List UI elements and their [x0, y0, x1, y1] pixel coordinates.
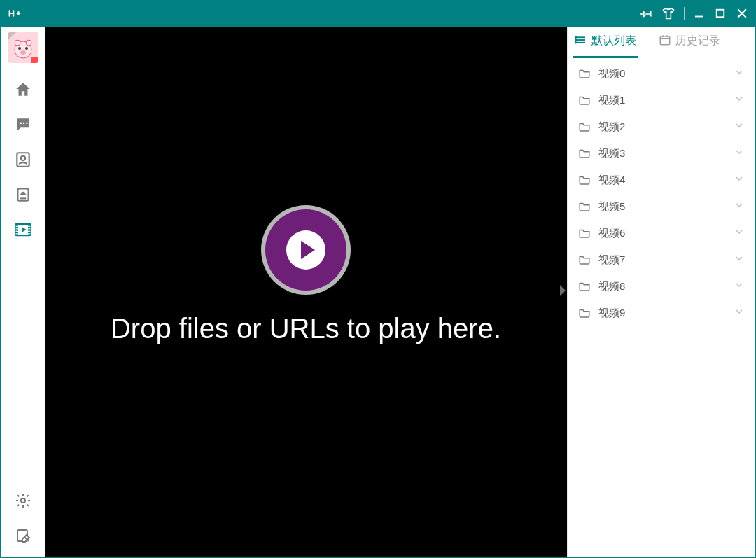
folder-icon	[578, 200, 592, 213]
playlist-item-label: 视频8	[598, 280, 625, 293]
svg-rect-39	[660, 36, 670, 44]
svg-point-12	[26, 123, 28, 125]
folder-icon	[578, 67, 592, 80]
nav-settings[interactable]	[12, 489, 34, 512]
titlebar-divider	[684, 7, 685, 20]
playlist-tabs: 默认列表 历史记录	[568, 27, 755, 60]
chevron-down-icon	[734, 226, 745, 240]
playlist-item[interactable]: 视频1	[568, 87, 755, 113]
svg-marker-20	[22, 228, 27, 232]
playlist-panel: 默认列表 历史记录 视频0视频1视频2视频3视频4视频5视频6视频7视频8视频9	[567, 27, 755, 557]
playlist-item-label: 视频1	[598, 94, 625, 107]
playlist-item[interactable]: 视频3	[568, 140, 755, 167]
chevron-down-icon	[734, 306, 745, 320]
svg-point-5	[18, 47, 21, 50]
titlebar	[0, 0, 756, 27]
svg-point-9	[26, 40, 31, 46]
playlist-item-label: 视频3	[598, 147, 625, 160]
chevron-down-icon	[734, 120, 745, 134]
panel-collapse-handle[interactable]	[559, 279, 567, 305]
chevron-down-icon	[734, 253, 745, 267]
chevron-down-icon	[734, 93, 745, 107]
folder-icon	[578, 174, 592, 186]
playlist-item-label: 视频0	[598, 67, 625, 81]
chevron-down-icon	[734, 146, 745, 160]
nav-chat[interactable]	[12, 113, 34, 136]
playlist-item-label: 视频9	[598, 307, 625, 320]
maximize-button[interactable]	[714, 7, 727, 20]
chevron-down-icon	[734, 67, 745, 81]
svg-point-6	[25, 47, 28, 50]
playlist: 视频0视频1视频2视频3视频4视频5视频6视频7视频8视频9	[568, 60, 755, 557]
playlist-item-label: 视频7	[598, 253, 625, 267]
tab-label: 默认列表	[592, 34, 636, 48]
side-nav	[1, 27, 45, 557]
chevron-down-icon	[734, 279, 745, 293]
folder-icon	[578, 253, 592, 266]
folder-icon	[578, 307, 592, 319]
svg-point-14	[21, 156, 26, 161]
play-button[interactable]	[265, 209, 346, 291]
svg-marker-32	[560, 285, 566, 296]
playlist-item[interactable]: 视频0	[568, 60, 755, 87]
svg-point-37	[575, 39, 577, 41]
playlist-item[interactable]: 视频4	[568, 167, 755, 193]
tab-label: 历史记录	[676, 34, 720, 48]
list-icon	[575, 34, 587, 49]
nav-cloud[interactable]	[12, 183, 34, 206]
tab-history[interactable]: 历史记录	[657, 29, 722, 58]
nav-video[interactable]	[12, 218, 34, 241]
shirt-icon[interactable]	[662, 6, 676, 20]
svg-point-7	[20, 50, 26, 55]
svg-point-10	[20, 123, 22, 125]
folder-icon	[578, 94, 592, 106]
chevron-down-icon	[734, 173, 745, 187]
minimize-button[interactable]	[693, 7, 706, 20]
svg-point-36	[575, 36, 577, 38]
playlist-item-label: 视频4	[598, 174, 625, 187]
pin-icon[interactable]	[640, 7, 653, 20]
nav-home[interactable]	[12, 78, 34, 101]
avatar[interactable]	[8, 32, 38, 63]
chevron-down-icon	[734, 200, 745, 214]
playlist-item[interactable]: 视频7	[568, 246, 755, 273]
playlist-item[interactable]: 视频6	[568, 220, 755, 246]
playlist-item[interactable]: 视频5	[568, 193, 755, 220]
playlist-item-label: 视频5	[598, 200, 625, 214]
video-drop-area[interactable]: Drop files or URLs to play here.	[45, 27, 567, 557]
svg-rect-1	[717, 10, 724, 18]
playlist-item[interactable]: 视频9	[568, 300, 755, 326]
nav-edit[interactable]	[12, 524, 34, 547]
folder-icon	[578, 280, 592, 293]
svg-point-11	[23, 123, 25, 125]
history-icon	[659, 34, 671, 49]
svg-point-38	[575, 42, 577, 43]
app-logo-icon	[7, 6, 22, 21]
drop-hint-text: Drop files or URLs to play here.	[111, 310, 501, 347]
folder-icon	[578, 227, 592, 239]
nav-contacts[interactable]	[12, 148, 34, 171]
playlist-item[interactable]: 视频2	[568, 113, 755, 140]
playlist-item-label: 视频6	[598, 227, 625, 240]
tab-default-list[interactable]: 默认列表	[573, 29, 638, 58]
folder-icon	[578, 147, 592, 160]
svg-point-8	[15, 40, 20, 46]
svg-point-30	[21, 498, 25, 503]
playlist-item-label: 视频2	[598, 120, 625, 134]
main-area: Drop files or URLs to play here. 默认列表 历史…	[0, 27, 756, 558]
playlist-item[interactable]: 视频8	[568, 273, 755, 300]
close-button[interactable]	[735, 6, 749, 20]
folder-icon	[578, 120, 592, 133]
